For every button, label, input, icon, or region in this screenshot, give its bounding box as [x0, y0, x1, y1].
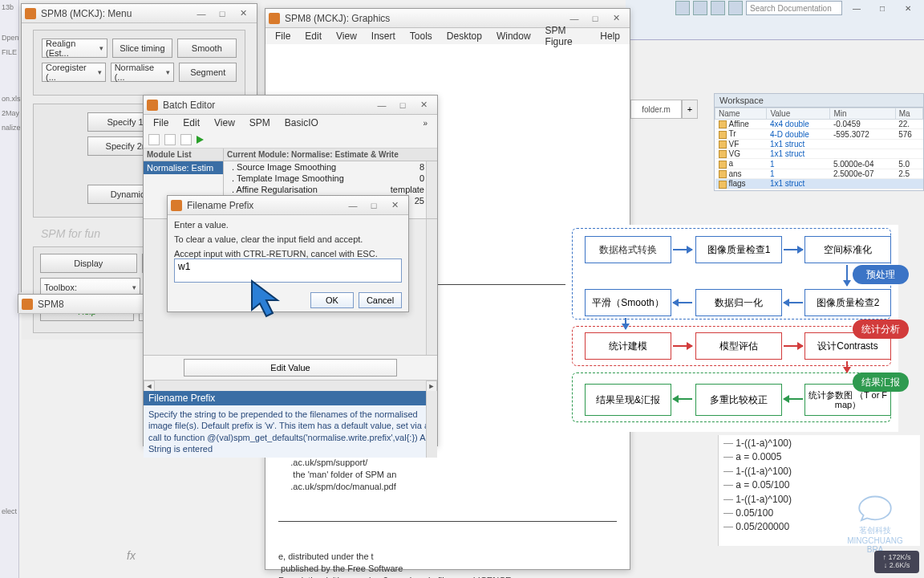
stage-tag: 结果汇报: [853, 372, 909, 392]
edit-value-button[interactable]: Edit Value: [184, 359, 397, 377]
run-icon[interactable]: [197, 136, 204, 144]
slice-timing-button[interactable]: Slice timing: [112, 39, 172, 58]
param-row[interactable]: . Template Image Smoothing0: [224, 173, 437, 184]
flow-box: 图像质量检查1: [695, 236, 782, 263]
new-icon[interactable]: [148, 134, 160, 145]
dialog-instruction: Accept input with CTRL-RETURN, cancel wi…: [174, 249, 402, 258]
menu-view[interactable]: View: [330, 29, 363, 43]
menu-edit[interactable]: Edit: [298, 29, 328, 43]
ok-button[interactable]: OK: [310, 292, 354, 308]
graphics-menubar: File Edit View Insert Tools Desktop Wind…: [265, 28, 630, 44]
close-button[interactable]: ✕: [233, 6, 253, 21]
window-title: SPM8: [38, 299, 64, 310]
menu-edit[interactable]: Edit: [176, 116, 206, 130]
table-row[interactable]: flags1x1 struct: [715, 179, 923, 189]
menu-view[interactable]: View: [208, 116, 241, 130]
param-row[interactable]: . Source Image Smoothing8: [224, 161, 437, 173]
history-line[interactable]: 1-((1-a)^100): [723, 437, 915, 450]
dialog-instruction: To clear a value, clear the input field …: [174, 234, 402, 244]
matlab-icon: [269, 13, 280, 24]
maximize-button[interactable]: □: [392, 98, 413, 112]
col-value[interactable]: Value: [767, 108, 830, 120]
menu-file[interactable]: File: [269, 29, 297, 43]
help-icon[interactable]: [728, 1, 743, 15]
network-speed-widget: ↑ 172K/s↓ 2.6K/s: [874, 551, 919, 573]
display-button[interactable]: Display: [40, 254, 137, 273]
col-min[interactable]: Min: [830, 108, 895, 120]
history-line[interactable]: 1-((1-a)^100): [723, 465, 915, 478]
close-button[interactable]: ✕: [606, 11, 626, 26]
editor-tabs: folder.m +: [630, 100, 698, 119]
flow-box: 统计建模: [585, 332, 671, 360]
flow-box: 空间标准化: [804, 236, 891, 263]
current-module-header: Current Module: Normalise: Estimate & Wr…: [224, 149, 437, 161]
history-line[interactable]: a = 0.0005: [723, 450, 915, 464]
editor-tab[interactable]: folder.m: [630, 100, 682, 119]
batch-toolbar: [144, 131, 437, 149]
vertical-scrollbar[interactable]: [426, 391, 437, 458]
col-max[interactable]: Ma: [895, 108, 922, 120]
flow-box: 平滑（Smooth）: [585, 289, 671, 316]
matlab-icon: [22, 299, 33, 310]
filename-prefix-dialog: Filename Prefix — □ ✕ Enter a value. To …: [167, 195, 409, 312]
close-button[interactable]: ✕: [897, 2, 919, 14]
segment-button[interactable]: Segment: [179, 63, 237, 82]
table-row[interactable]: Affine4x4 double-0.045922.: [715, 120, 923, 129]
flow-box: 数据归一化: [695, 289, 782, 316]
table-row[interactable]: ans12.5000e-072.5: [715, 169, 923, 178]
realign-select[interactable]: Realign (Est...: [42, 39, 107, 58]
table-row[interactable]: Tr4-D double-595.3072576: [715, 129, 923, 139]
scroll-right-icon[interactable]: ►: [426, 381, 437, 392]
menu-file[interactable]: File: [147, 116, 175, 130]
open-icon[interactable]: [164, 134, 176, 145]
maximize-button[interactable]: □: [871, 2, 894, 14]
smooth-button[interactable]: Smooth: [177, 39, 237, 58]
cancel-button[interactable]: Cancel: [359, 292, 402, 308]
doc-search-input[interactable]: Search Documentation: [746, 1, 842, 15]
menu-window[interactable]: Window: [490, 29, 537, 43]
vertical-scrollbar[interactable]: [426, 161, 437, 218]
dialog-instruction: Enter a value.: [174, 220, 402, 230]
param-row[interactable]: . Affine Regularisationtemplate: [224, 184, 437, 195]
close-button[interactable]: ✕: [413, 98, 434, 112]
menu-spmfigure[interactable]: SPM Figure: [539, 23, 593, 49]
fx-prompt[interactable]: fx: [127, 549, 136, 562]
menu-insert[interactable]: Insert: [365, 29, 402, 43]
close-button[interactable]: ✕: [384, 198, 405, 213]
menu-spm[interactable]: SPM: [243, 116, 277, 130]
table-row[interactable]: VG1x1 struct: [715, 149, 923, 159]
minimize-button[interactable]: —: [342, 198, 363, 213]
prefix-input[interactable]: [174, 258, 402, 283]
flow-box: 数据格式转换: [585, 236, 671, 263]
save-icon[interactable]: [180, 134, 192, 145]
menu-basicio[interactable]: BasicIO: [278, 116, 325, 130]
workspace-panel: Workspace Name Value Min Ma Affine4x4 do…: [714, 93, 924, 191]
minimize-button[interactable]: —: [845, 2, 868, 14]
quick-access-icon[interactable]: [693, 1, 707, 15]
maximize-button[interactable]: □: [212, 6, 233, 21]
table-row[interactable]: a15.0000e-045.0: [715, 159, 923, 169]
history-line[interactable]: a = 0.05/100: [723, 478, 915, 492]
flow-box: 图像质量检查2: [804, 289, 891, 316]
maximize-button[interactable]: □: [363, 198, 384, 213]
brand-logo: 茗创科技 MINGCHUANG BRA: [841, 491, 910, 547]
scroll-left-icon[interactable]: ◄: [144, 381, 155, 392]
minimize-button[interactable]: —: [191, 6, 212, 21]
table-row[interactable]: VF1x1 struct: [715, 139, 923, 149]
coregister-select[interactable]: Coregister (...: [42, 63, 106, 82]
module-list-item[interactable]: Normalise: Estim: [144, 161, 223, 174]
menu-desktop[interactable]: Desktop: [440, 29, 488, 43]
matlab-icon: [25, 8, 36, 19]
dialog-title: Filename Prefix: [187, 200, 253, 211]
menu-help[interactable]: Help: [594, 29, 626, 43]
flow-box: 模型评估: [695, 332, 782, 360]
menu-tools[interactable]: Tools: [403, 29, 439, 43]
vertical-scrollbar[interactable]: [426, 219, 437, 355]
normalise-select[interactable]: Normalise (...: [111, 63, 175, 82]
quick-access-icon[interactable]: [675, 1, 690, 15]
minimize-button[interactable]: —: [371, 98, 392, 112]
flow-box: 结果呈现&汇报: [585, 384, 671, 416]
add-tab-button[interactable]: +: [682, 100, 698, 119]
col-name[interactable]: Name: [715, 108, 767, 120]
quick-access-icon[interactable]: [711, 1, 725, 15]
